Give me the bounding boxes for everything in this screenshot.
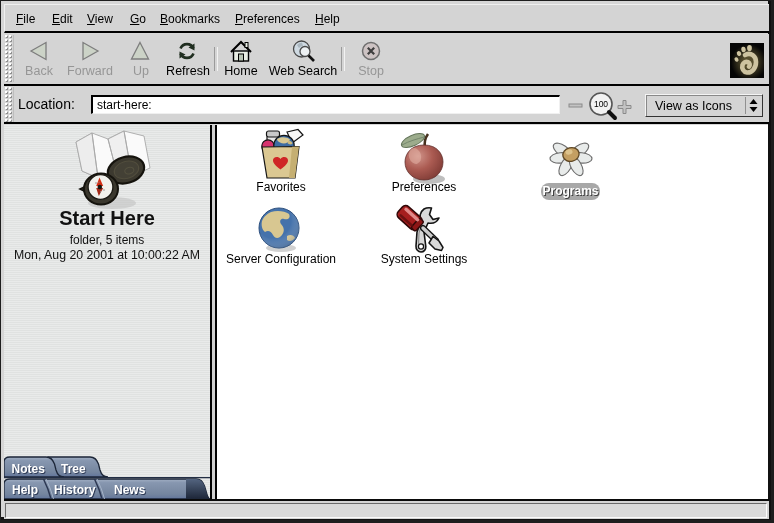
svg-text:Notes: Notes: [12, 462, 46, 476]
svg-text:History: History: [54, 483, 96, 497]
svg-text:100: 100: [594, 99, 608, 109]
svg-text:Tree: Tree: [61, 462, 86, 476]
svg-text:Help: Help: [12, 483, 38, 497]
svg-text:News: News: [114, 483, 146, 497]
